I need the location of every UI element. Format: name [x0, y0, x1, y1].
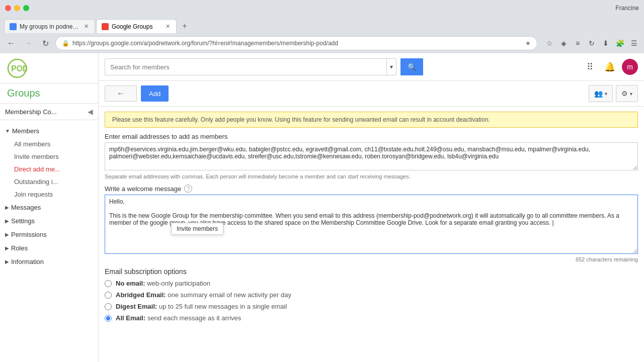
sidebar-item-join-requests[interactable]: Join requests	[0, 188, 98, 201]
svg-text:POD: POD	[11, 64, 27, 73]
help-icon[interactable]: ?	[184, 185, 192, 193]
manage-members-button[interactable]: 👥 ▾	[589, 85, 612, 102]
radio-all-email-label[interactable]: All Email: send each message as it arriv…	[116, 314, 241, 322]
abridged-desc: one summary email of new activity per da…	[168, 291, 291, 299]
download-icon[interactable]: ⬇	[600, 37, 612, 49]
members-label: Members	[12, 127, 39, 135]
radio-no-email-input[interactable]	[105, 280, 112, 287]
back-button[interactable]: ←	[105, 85, 137, 102]
tab-google-groups[interactable]: Google Groups ✕	[96, 19, 177, 33]
bookmark-icon[interactable]: ☆	[543, 37, 555, 49]
roles-label: Roles	[11, 244, 28, 252]
search-input[interactable]	[105, 59, 386, 75]
radio-all-email-input[interactable]	[105, 315, 112, 322]
dropdown-arrow-icon: ▾	[390, 63, 393, 70]
settings-label: Settings	[11, 217, 35, 225]
tooltip-text: Invite members	[177, 225, 218, 232]
tab-favicon-1	[10, 23, 17, 30]
maximize-button[interactable]	[23, 5, 29, 11]
collapse-icon[interactable]: ◀	[88, 108, 93, 116]
apps-icon: ⠿	[587, 61, 593, 72]
search-button[interactable]: 🔍	[400, 58, 423, 75]
sidebar-group-information[interactable]: ▶ Information	[0, 255, 98, 268]
browser-window: Francine My groups in podnetwork... ✕ Go…	[0, 0, 644, 362]
extensions-icon[interactable]: 🧩	[614, 37, 626, 49]
search-dropdown[interactable]: ▾	[386, 59, 396, 75]
search-container: ▾	[105, 58, 396, 75]
pocket-icon[interactable]: ◈	[557, 37, 570, 49]
email-label: Enter email addresses to add as members	[105, 133, 638, 140]
settings-action-group: ⚙ ▾	[616, 85, 638, 102]
sidebar-nav: ▼ Members All members Invite members Dir…	[0, 120, 98, 273]
new-tab-button[interactable]: +	[178, 19, 192, 33]
all-email-bold: All Email:	[116, 314, 145, 322]
radio-abridged-label[interactable]: Abridged Email: one summary email of new…	[116, 291, 291, 299]
radio-abridged: Abridged Email: one summary email of new…	[105, 291, 638, 299]
tab-close-1[interactable]: ✕	[83, 22, 90, 31]
members-icon: 👥	[594, 89, 603, 98]
char-count: 652 characters remaining	[105, 256, 638, 262]
welcome-label-row: Write a welcome message ?	[105, 185, 638, 193]
settings-button[interactable]: ⚙ ▾	[616, 85, 637, 102]
radio-no-email: No email: web-only participation	[105, 280, 638, 287]
tab-title-1: My groups in podnetwork...	[20, 23, 80, 30]
settings-dropdown-arrow: ▾	[630, 91, 632, 97]
no-email-bold: No email:	[116, 280, 145, 287]
sidebar-item-outstanding[interactable]: Outstanding i...	[0, 175, 98, 188]
close-button[interactable]	[5, 5, 11, 11]
user-avatar[interactable]: m	[622, 59, 638, 75]
warning-banner: Please use this feature carefully. Only …	[105, 112, 638, 128]
sidebar-item-invite-members[interactable]: Invite members	[0, 150, 98, 163]
welcome-label: Write a welcome message	[105, 185, 181, 193]
radio-abridged-input[interactable]	[105, 292, 112, 299]
url-bar[interactable]: 🔒 https://groups.google.com/a/podnetwork…	[55, 36, 537, 50]
groups-title: Groups	[7, 87, 40, 99]
user-name: Francine	[615, 5, 639, 12]
all-email-desc: send each message as it arrives	[147, 314, 241, 322]
tab-close-2[interactable]: ✕	[165, 22, 171, 31]
menu-icon[interactable]: ☰	[628, 37, 640, 49]
back-nav-button[interactable]: ←	[4, 36, 18, 50]
url-text: https://groups.google.com/a/podnetwork.o…	[72, 40, 522, 47]
sidebar-group-roles[interactable]: ▶ Roles	[0, 241, 98, 255]
sidebar-group-permissions[interactable]: ▶ Permissions	[0, 228, 98, 241]
messages-arrow: ▶	[5, 205, 9, 210]
radio-all-email: All Email: send each message as it arriv…	[105, 314, 638, 322]
sidebar-item-direct-add[interactable]: Direct add me...	[0, 163, 98, 175]
minimize-button[interactable]	[14, 5, 20, 11]
search-icon: 🔍	[408, 63, 416, 71]
sync-icon[interactable]: ↻	[586, 37, 598, 49]
notifications-button[interactable]: 🔔	[602, 59, 618, 75]
reload-button[interactable]: ↻	[38, 36, 52, 50]
apps-icon-button[interactable]: ⠿	[582, 59, 598, 75]
back-icon: ←	[117, 89, 125, 98]
tooltip-popup: Invite members	[171, 223, 223, 235]
title-bar: Francine	[0, 0, 644, 16]
page-action-bar: ← Add 👥 ▾ ⚙ ▾	[99, 81, 644, 107]
main-toolbar: ▾ 🔍 ⠿ 🔔 m	[99, 53, 644, 81]
radio-digest-label[interactable]: Digest Email: up to 25 full new messages…	[116, 303, 287, 310]
messages-label: Messages	[11, 204, 41, 211]
radio-no-email-label[interactable]: No email: web-only participation	[116, 280, 210, 287]
members-action-group: 👥 ▾	[589, 85, 613, 102]
tab-my-groups[interactable]: My groups in podnetwork... ✕	[4, 19, 95, 33]
sidebar-group-settings[interactable]: ▶ Settings	[0, 214, 98, 228]
sidebar-item-all-members[interactable]: All members	[0, 138, 98, 150]
membership-header[interactable]: Membership Co... ◀	[0, 104, 98, 120]
pod-logo: POD	[7, 58, 27, 78]
abridged-bold: Abridged Email:	[116, 291, 166, 299]
forward-nav-button[interactable]: →	[21, 36, 35, 50]
tab-title-2: Google Groups	[112, 23, 152, 30]
sidebar-group-members[interactable]: ▼ Members	[0, 124, 98, 138]
warning-text: Please use this feature carefully. Only …	[112, 116, 490, 123]
add-button[interactable]: Add	[141, 85, 169, 102]
email-textarea[interactable]	[105, 142, 638, 170]
email-helper-text: Separate email addresses with commas. Ea…	[105, 173, 638, 179]
radio-digest-input[interactable]	[105, 303, 112, 310]
information-label: Information	[11, 258, 44, 265]
reader-icon[interactable]: ≡	[572, 37, 584, 49]
subscription-title: Email subscription options	[105, 267, 638, 276]
action-icons: 👥 ▾ ⚙ ▾	[589, 85, 638, 102]
sidebar-group-messages[interactable]: ▶ Messages	[0, 201, 98, 214]
main-content: ▾ 🔍 ⠿ 🔔 m	[99, 53, 644, 362]
